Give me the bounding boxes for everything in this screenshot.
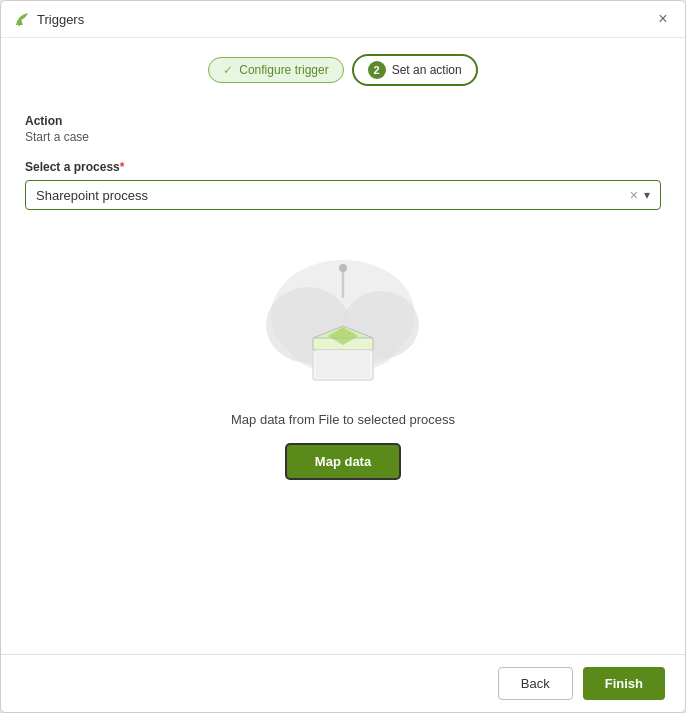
map-description: Map data from File to selected process xyxy=(231,412,455,427)
content-area: Action Start a case Select a process* Sh… xyxy=(1,98,685,654)
map-data-button[interactable]: Map data xyxy=(285,443,401,480)
process-field-label: Select a process* xyxy=(25,160,661,174)
window-title: Triggers xyxy=(37,12,84,27)
finish-button[interactable]: Finish xyxy=(583,667,665,700)
required-indicator: * xyxy=(120,160,125,174)
svg-rect-10 xyxy=(316,350,370,378)
illustration-svg xyxy=(243,240,443,400)
footer: Back Finish xyxy=(1,654,685,712)
title-bar: Triggers × xyxy=(1,1,685,38)
step-action-label: Set an action xyxy=(392,63,462,77)
svg-point-5 xyxy=(339,264,347,272)
step-set-action[interactable]: 2 Set an action xyxy=(352,54,478,86)
select-dropdown-icon[interactable]: ▾ xyxy=(644,188,650,202)
triggers-window: Triggers × ✓ Configure trigger 2 Set an … xyxy=(0,0,686,713)
step-configure-trigger[interactable]: ✓ Configure trigger xyxy=(208,57,343,83)
process-select[interactable]: Sharepoint process × ▾ xyxy=(25,180,661,210)
check-icon: ✓ xyxy=(223,63,233,77)
illustration-area: Map data from File to selected process M… xyxy=(25,210,661,500)
step-number: 2 xyxy=(368,61,386,79)
app-icon xyxy=(13,10,31,28)
close-button[interactable]: × xyxy=(653,9,673,29)
title-bar-left: Triggers xyxy=(13,10,84,28)
process-select-value: Sharepoint process xyxy=(36,188,630,203)
action-sublabel: Start a case xyxy=(25,130,661,144)
steps-bar: ✓ Configure trigger 2 Set an action xyxy=(1,38,685,98)
back-button[interactable]: Back xyxy=(498,667,573,700)
select-icons: × ▾ xyxy=(630,187,650,203)
select-clear-icon[interactable]: × xyxy=(630,187,638,203)
step-configure-label: Configure trigger xyxy=(239,63,328,77)
action-label: Action xyxy=(25,114,661,128)
